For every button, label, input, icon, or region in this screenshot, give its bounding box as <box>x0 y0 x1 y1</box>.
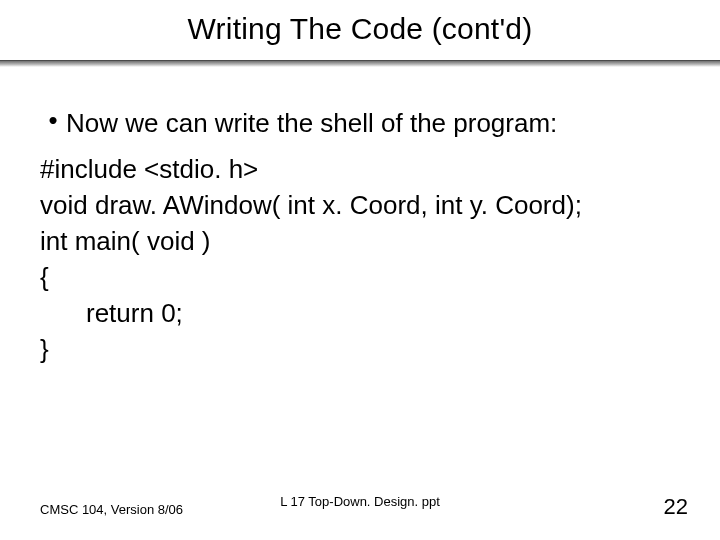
code-line-prototype: void draw. AWindow( int x. Coord, int y.… <box>40 187 680 223</box>
code-line-include: #include <stdio. h> <box>40 151 680 187</box>
code-line-close-brace: } <box>40 331 680 367</box>
code-line-open-brace: { <box>40 259 680 295</box>
code-line-return: return 0; <box>40 295 680 331</box>
footer-center: L 17 Top-Down. Design. ppt <box>0 494 720 509</box>
bullet-glyph: • <box>40 105 66 135</box>
title-area: Writing The Code (cont'd) <box>0 0 720 46</box>
content-area: • Now we can write the shell of the prog… <box>0 67 720 367</box>
bullet-text: Now we can write the shell of the progra… <box>66 105 557 141</box>
slide-title: Writing The Code (cont'd) <box>0 12 720 46</box>
title-underline <box>0 60 720 67</box>
bullet-row: • Now we can write the shell of the prog… <box>40 105 680 141</box>
footer: CMSC 104, Version 8/06 L 17 Top-Down. De… <box>0 494 720 520</box>
code-line-main: int main( void ) <box>40 223 680 259</box>
slide: Writing The Code (cont'd) • Now we can w… <box>0 0 720 540</box>
